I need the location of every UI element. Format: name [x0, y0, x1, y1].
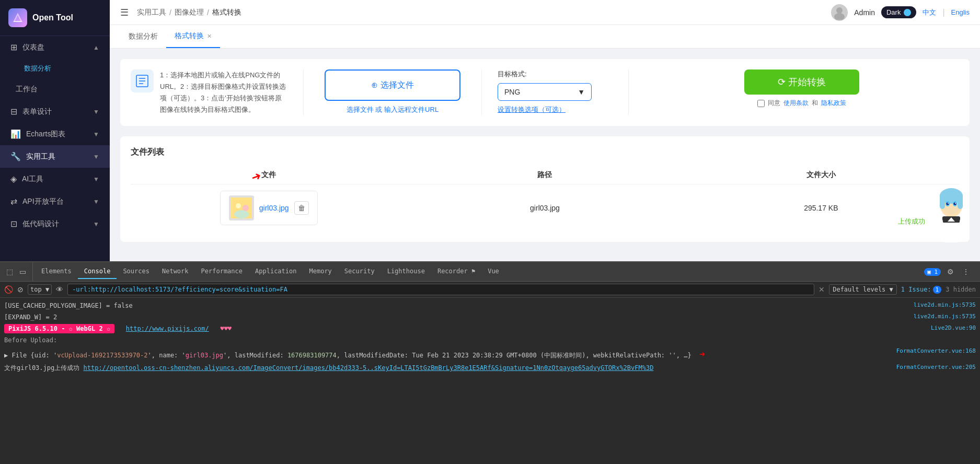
- filter-icon[interactable]: ⊘: [17, 285, 24, 294]
- lang-en-button[interactable]: Englis: [951, 8, 970, 16]
- tool-instructions: 1：选择本地图片或输入在线PNG文件的URL。2：选择目标图像格式并设置转换选项…: [131, 69, 287, 115]
- select-file-button[interactable]: ⊕ 选择文件: [325, 69, 460, 101]
- anime-character: [928, 188, 975, 256]
- success-source[interactable]: FormatConverter.vue:205: [896, 363, 976, 373]
- console-output: [USE_CACHED_POLYGON_IMAGE] = false live2…: [0, 298, 980, 464]
- hint-text1: 选择文件 或: [347, 106, 384, 113]
- breadcrumb-item-image: 图像处理: [175, 8, 204, 17]
- and-text: 和: [812, 99, 818, 108]
- tab-elements[interactable]: Elements: [35, 264, 78, 279]
- header-bar: ☰ 实用工具 / 图像处理 / 格式转换 Admin Dark 中文: [110, 0, 980, 25]
- tab-security[interactable]: Security: [338, 264, 381, 279]
- file-thumbnail: [229, 195, 254, 221]
- format-label: 目标格式:: [498, 69, 613, 79]
- file-name[interactable]: girl03.jpg: [259, 204, 289, 212]
- menu-icon[interactable]: ☰: [120, 7, 129, 18]
- upload-success-label: 上传成功: [898, 217, 925, 226]
- success-url[interactable]: http://opentool.oss-cn-shenzhen.aliyuncs…: [83, 364, 653, 372]
- success-content: 文件girl03.jpg上传成功 http://opentool.oss-cn-…: [4, 363, 891, 373]
- clear-filter-button[interactable]: ✕: [818, 285, 825, 294]
- page-body: 1：选择本地图片或输入在线PNG文件的URL。2：选择目标图像格式并设置转换选项…: [110, 49, 980, 261]
- sidebar-item-form-design[interactable]: ⊟ 表单设计 ▼: [0, 100, 110, 123]
- pixi-source[interactable]: Live2D.vue:90: [931, 324, 976, 333]
- tab-recorder[interactable]: Recorder ⚑: [431, 264, 481, 279]
- start-convert-button[interactable]: ⟳ 开始转换: [744, 69, 859, 95]
- file-delete-button[interactable]: 🗑: [294, 201, 309, 215]
- devtools-panel: ⬚ ▭ Elements Console Sources Network Per…: [0, 261, 980, 464]
- file-detail-source[interactable]: FormatConverter.vue:168: [896, 347, 976, 361]
- tab-network[interactable]: Network: [156, 264, 195, 279]
- sidebar-item-api[interactable]: ⇄ API开放平台 ▼: [0, 190, 110, 213]
- col-path: 路径: [407, 170, 683, 180]
- lang-zh-button[interactable]: 中文: [923, 8, 936, 17]
- sidebar-item-echarts[interactable]: 📊 Echarts图表 ▼: [0, 123, 110, 145]
- chevron-down-icon: ▼: [93, 221, 99, 228]
- console-source-1[interactable]: live2d.min.js:5735: [914, 301, 976, 310]
- dark-mode-toggle[interactable]: Dark: [881, 6, 916, 18]
- tab-console[interactable]: Console: [78, 264, 117, 279]
- message-badge: ▣ 1: [924, 268, 941, 276]
- tab-close-icon[interactable]: ✕: [207, 33, 212, 40]
- tab-application[interactable]: Application: [249, 264, 303, 279]
- tab-lighthouse[interactable]: Lighthouse: [381, 264, 431, 279]
- svg-point-10: [234, 210, 249, 218]
- sidebar-subitem-data-analysis[interactable]: 数据分析: [0, 59, 110, 78]
- svg-marker-1: [13, 13, 22, 21]
- clear-console-button[interactable]: 🚫: [4, 285, 13, 294]
- sidebar-item-tools[interactable]: 🔧 实用工具 ▼: [0, 145, 110, 168]
- tab-sources[interactable]: Sources: [117, 264, 156, 279]
- console-success-line: 文件girl03.jpg上传成功 http://opentool.oss-cn-…: [4, 362, 976, 374]
- issue-badge[interactable]: 1 Issue: 1: [901, 286, 941, 294]
- sidebar-item-lowcode[interactable]: ⊡ 低代码设计 ▼: [0, 213, 110, 235]
- pixi-content: PixiJS 6.5.10 - ✩ WebGL 2 ✩ http://www.p…: [4, 324, 926, 333]
- issue-label: 1 Issue:: [901, 286, 931, 293]
- sidebar-logo[interactable]: Open Tool: [0, 0, 110, 36]
- svg-point-2: [836, 7, 843, 14]
- tab-memory[interactable]: Memory: [303, 264, 338, 279]
- console-filter-input[interactable]: [67, 284, 814, 295]
- terms-link[interactable]: 使用条款: [783, 99, 809, 108]
- breadcrumb-item-current: 格式转换: [212, 8, 241, 17]
- devtools-right-icons: ▣ 1 ⚙ ⋮: [924, 265, 976, 278]
- convert-options-link[interactable]: 设置转换选项（可选）: [498, 105, 613, 114]
- agree-checkbox[interactable]: [757, 100, 765, 107]
- pixi-link[interactable]: http://www.pixijs.com/: [126, 325, 209, 332]
- console-file-detail-line: ▶ File {uid: 'vcUpload-1692173533970-2',…: [4, 346, 976, 362]
- privacy-link[interactable]: 隐私政策: [821, 99, 846, 108]
- svg-point-11: [243, 205, 249, 211]
- eye-icon[interactable]: 👁: [56, 285, 63, 294]
- tab-format-convert[interactable]: 格式转换 ✕: [166, 25, 220, 48]
- sidebar-item-workbench[interactable]: 工作台: [0, 78, 110, 100]
- console-line-2: [EXPAND_W] = 2 live2d.min.js:5735: [4, 311, 976, 323]
- chevron-down-icon: ▼: [93, 198, 99, 205]
- svg-point-19: [947, 203, 949, 205]
- devtools-device-icon[interactable]: ▭: [17, 265, 28, 278]
- tool-area: 1：选择本地图片或输入在线PNG文件的URL。2：选择目标图像格式并设置转换选项…: [120, 59, 970, 126]
- devtools-more-icon[interactable]: ⋮: [960, 265, 972, 278]
- devtools-inspect-icon[interactable]: ⬚: [4, 265, 15, 278]
- before-upload-text: Before Upload:: [4, 335, 57, 345]
- avatar: [831, 4, 848, 21]
- console-pixi-line: PixiJS 6.5.10 - ✩ WebGL 2 ✩ http://www.p…: [4, 323, 976, 334]
- console-line-1: [USE_CACHED_POLYGON_IMAGE] = false live2…: [4, 300, 976, 311]
- file-list-title: 文件列表: [131, 147, 959, 158]
- devtools-settings-icon[interactable]: ⚙: [945, 265, 956, 278]
- context-select[interactable]: top ▼: [28, 284, 52, 295]
- svg-rect-15: [940, 193, 945, 209]
- file-size: 295.17 KB: [804, 204, 838, 212]
- console-source-2[interactable]: live2d.min.js:5735: [914, 312, 976, 322]
- divider-3: [628, 69, 629, 115]
- tab-performance[interactable]: Performance: [195, 264, 249, 279]
- chevron-down-icon: ▼: [93, 131, 99, 138]
- last-modified-num: 1676983109774: [287, 352, 337, 359]
- format-select[interactable]: PNG ▼: [498, 83, 592, 101]
- sidebar-item-label: 仪表盘: [22, 43, 44, 52]
- tab-data-analysis[interactable]: 数据分析: [120, 26, 166, 48]
- hint-link[interactable]: 输入远程文件URL: [384, 106, 439, 113]
- lang-divider: |: [942, 8, 944, 17]
- tab-vue[interactable]: Vue: [481, 264, 505, 279]
- sidebar-item-dashboard[interactable]: ⊞ 仪表盘 ▲: [0, 36, 110, 59]
- start-area: ⟳ 开始转换 同意 使用条款 和 隐私政策: [644, 69, 959, 108]
- level-select[interactable]: Default levels ▼: [829, 284, 897, 295]
- sidebar-item-ai[interactable]: ◈ AI工具 ▼: [0, 168, 110, 190]
